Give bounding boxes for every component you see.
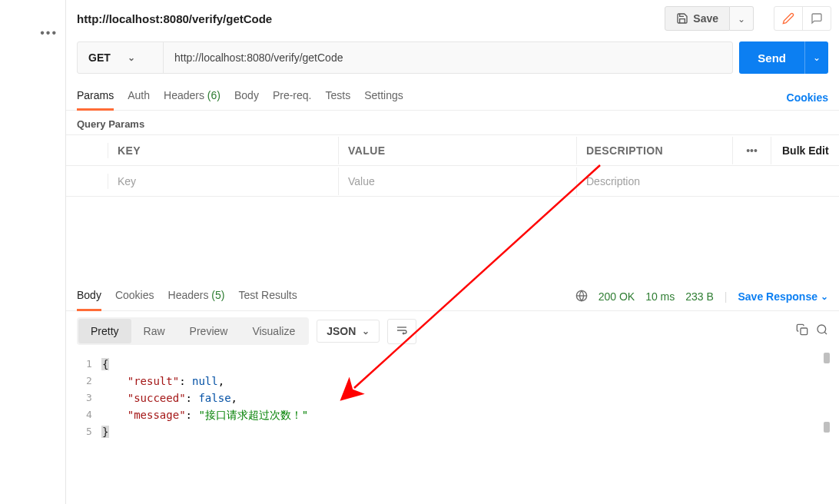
cookies-link[interactable]: Cookies [787,91,828,104]
save-dropdown[interactable]: ⌄ [730,6,754,31]
format-select[interactable]: JSON ⌄ [317,320,380,343]
value-input[interactable] [348,175,567,187]
send-dropdown[interactable]: ⌄ [804,41,828,74]
wrap-line-button[interactable] [387,319,416,344]
wrap-icon [396,324,408,337]
scroll-marker [824,422,830,433]
resp-tab-headers[interactable]: Headers (5) [168,283,225,310]
resp-tab-cookies[interactable]: Cookies [115,283,154,310]
table-row [66,166,839,197]
col-desc: DESCRIPTION [577,137,733,164]
query-params-label: Query Params [66,111,839,134]
rail-more-icon[interactable]: ••• [40,26,58,40]
svg-point-4 [817,325,826,333]
comment-icon [811,12,823,25]
request-title: http://localhost:8080/verify/getCode [77,12,658,25]
view-raw[interactable]: Raw [131,319,177,343]
url-input[interactable] [164,42,732,73]
bulk-edit-link[interactable]: Bulk Edit [771,137,839,164]
send-button[interactable]: Send [739,41,804,74]
copy-icon[interactable] [796,323,808,340]
response-time: 10 ms [645,290,675,303]
rail-empty-slot [27,6,58,25]
view-pretty[interactable]: Pretty [78,319,131,343]
status-code: 200 OK [599,290,635,303]
tab-body[interactable]: Body [234,85,259,110]
view-visualize[interactable]: Visualize [240,319,307,343]
key-input[interactable] [118,175,329,187]
response-body[interactable]: 1{ 2 "result": null, 3 "succeed": false,… [66,351,839,440]
pencil-icon [782,12,794,25]
chevron-down-icon: ⌄ [362,326,370,337]
col-key: KEY [108,137,339,164]
edit-button[interactable] [774,7,802,30]
svg-line-5 [824,332,827,334]
tab-settings[interactable]: Settings [364,85,403,110]
tab-tests[interactable]: Tests [325,85,350,110]
left-rail: ••• [0,0,66,504]
col-more-icon[interactable]: ••• [733,137,771,164]
svg-rect-3 [801,328,807,335]
resp-tab-tests[interactable]: Test Results [238,283,297,310]
save-button[interactable]: Save [665,6,730,31]
tab-auth[interactable]: Auth [128,85,150,110]
comment-button[interactable] [802,7,831,30]
chevron-down-icon: ⌄ [738,14,745,25]
method-select[interactable]: GET ⌄ [78,42,164,73]
tab-params[interactable]: Params [77,85,114,111]
search-icon[interactable] [816,323,828,340]
tab-headers[interactable]: Headers (6) [164,85,221,110]
save-response-link[interactable]: Save Response ⌄ [738,290,829,303]
tab-prereq[interactable]: Pre-req. [273,85,312,110]
globe-icon[interactable] [575,290,588,304]
save-icon [676,12,688,25]
desc-input[interactable] [586,175,724,187]
view-preview[interactable]: Preview [177,319,240,343]
scroll-marker [824,353,830,363]
col-value: VALUE [339,137,577,164]
chevron-down-icon: ⌄ [128,52,135,63]
query-params-table: KEY VALUE DESCRIPTION ••• Bulk Edit [66,134,839,197]
chevron-down-icon: ⌄ [813,52,821,63]
chevron-down-icon: ⌄ [821,291,828,302]
response-size: 233 B [685,290,714,303]
resp-tab-body[interactable]: Body [77,283,101,311]
